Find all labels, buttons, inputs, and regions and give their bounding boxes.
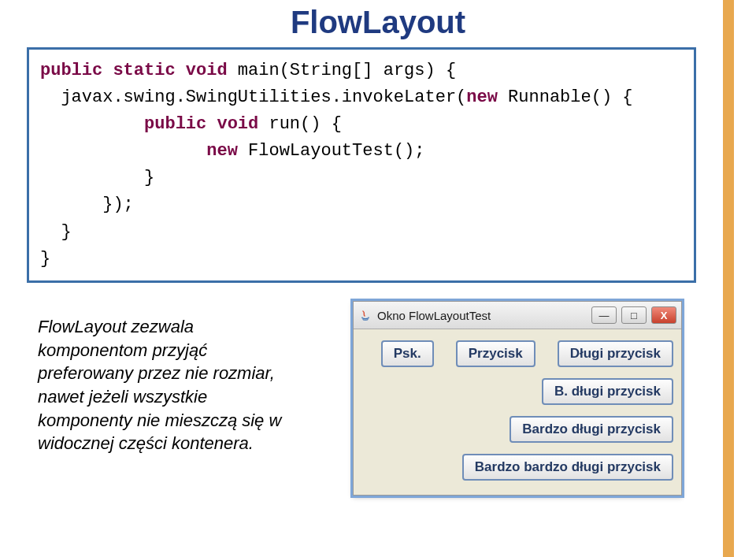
java-icon bbox=[358, 308, 372, 322]
code-box: public static void main(String[] args) {… bbox=[27, 47, 696, 283]
window-titlebar: Okno FlowLayoutTest — □ X bbox=[354, 302, 681, 329]
swing-button-bdlugi[interactable]: B. długi przycisk bbox=[542, 378, 673, 405]
code-block: public static void main(String[] args) {… bbox=[40, 58, 683, 273]
swing-button-bardzo-bardzo-dlugi[interactable]: Bardzo bardzo długi przycisk bbox=[462, 454, 673, 481]
code-text: main(String[] args) { bbox=[228, 61, 456, 80]
code-text: FlowLayoutTest(); bbox=[238, 141, 425, 161]
code-text: }); bbox=[40, 195, 134, 214]
code-text: run() { bbox=[258, 114, 342, 134]
code-text: } bbox=[40, 222, 72, 242]
accent-stripe bbox=[723, 0, 734, 557]
code-keyword: new bbox=[206, 141, 238, 161]
code-keyword: public void bbox=[40, 114, 258, 134]
code-keyword: new bbox=[466, 87, 498, 107]
window-client-area: Psk. Przycisk Długi przycisk B. długi pr… bbox=[354, 329, 681, 495]
swing-button-przycisk[interactable]: Przycisk bbox=[456, 340, 536, 367]
page-title: FlowLayout bbox=[0, 5, 756, 40]
code-text: Runnable() { bbox=[498, 87, 633, 107]
maximize-button[interactable]: □ bbox=[621, 306, 647, 324]
code-keyword: public static void bbox=[40, 61, 228, 80]
code-text: } bbox=[40, 168, 154, 188]
description-text: FlowLayout zezwala komponentom przyjąć p… bbox=[38, 315, 306, 455]
code-text: javax.swing.SwingUtilities.invokeLater( bbox=[40, 87, 466, 107]
minimize-button[interactable]: — bbox=[591, 306, 617, 324]
swing-button-psk[interactable]: Psk. bbox=[381, 340, 434, 367]
window-title: Okno FlowLayoutTest bbox=[377, 309, 491, 322]
swing-button-dlugi[interactable]: Długi przycisk bbox=[558, 340, 673, 367]
slide: FlowLayout public static void main(Strin… bbox=[0, 0, 756, 557]
swing-window: Okno FlowLayoutTest — □ X Psk. Przycisk … bbox=[353, 301, 682, 496]
code-text: } bbox=[40, 249, 50, 269]
swing-button-bardzo-dlugi[interactable]: Bardzo długi przycisk bbox=[510, 416, 673, 443]
close-button[interactable]: X bbox=[651, 306, 676, 324]
code-text bbox=[40, 141, 206, 161]
